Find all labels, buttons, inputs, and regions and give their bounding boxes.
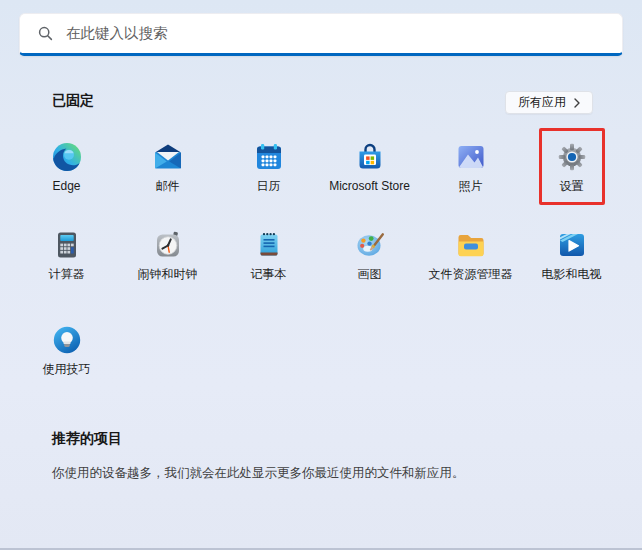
settings-gear-icon bbox=[556, 141, 588, 173]
app-tile-movies[interactable]: 电影和电视 bbox=[521, 229, 622, 281]
app-tile-explorer[interactable]: 文件资源管理器 bbox=[420, 229, 521, 281]
search-input[interactable]: 在此键入以搜索 bbox=[19, 13, 623, 56]
pinned-section-title: 已固定 bbox=[52, 92, 94, 110]
calendar-icon bbox=[253, 141, 285, 173]
paint-palette-icon bbox=[354, 229, 386, 261]
app-label: 设置 bbox=[560, 180, 584, 193]
app-label: 照片 bbox=[459, 180, 483, 193]
app-label: Edge bbox=[52, 180, 80, 193]
alarm-clock-icon bbox=[152, 229, 184, 261]
recommended-section-title: 推荐的项目 bbox=[52, 430, 122, 448]
app-label: 日历 bbox=[257, 180, 281, 193]
app-tile-calendar[interactable]: 日历 bbox=[218, 141, 319, 193]
tips-lightbulb-icon bbox=[51, 324, 83, 356]
pinned-row-1: Edge 邮件 日历 Microsoft Store 照片 设置 bbox=[16, 141, 626, 193]
app-tile-paint[interactable]: 画图 bbox=[319, 229, 420, 281]
app-tile-store[interactable]: Microsoft Store bbox=[319, 141, 420, 193]
all-apps-button[interactable]: 所有应用 bbox=[505, 91, 593, 114]
photos-mountain-icon bbox=[455, 141, 487, 173]
pinned-row-2: 计算器 闹钟和时钟 记事本 画图 文件资源管理器 电影和电视 bbox=[16, 229, 626, 281]
calculator-icon bbox=[51, 229, 83, 261]
app-tile-calculator[interactable]: 计算器 bbox=[16, 229, 117, 281]
app-label: 使用技巧 bbox=[43, 363, 91, 376]
notepad-icon bbox=[253, 229, 285, 261]
app-tile-photos[interactable]: 照片 bbox=[420, 141, 521, 193]
app-tile-clock[interactable]: 闹钟和时钟 bbox=[117, 229, 218, 281]
app-tile-edge[interactable]: Edge bbox=[16, 141, 117, 193]
search-placeholder: 在此键入以搜索 bbox=[66, 24, 168, 43]
app-label: 画图 bbox=[358, 268, 382, 281]
app-label: 计算器 bbox=[49, 268, 85, 281]
app-tile-mail[interactable]: 邮件 bbox=[117, 141, 218, 193]
movies-tv-play-icon bbox=[556, 229, 588, 261]
app-tile-notepad[interactable]: 记事本 bbox=[218, 229, 319, 281]
app-label: 文件资源管理器 bbox=[429, 268, 513, 281]
store-bag-icon bbox=[354, 141, 386, 173]
app-label: 电影和电视 bbox=[542, 268, 602, 281]
app-tile-tips[interactable]: 使用技巧 bbox=[16, 324, 117, 376]
app-label: Microsoft Store bbox=[329, 180, 410, 193]
search-icon bbox=[38, 26, 53, 41]
app-tile-settings[interactable]: 设置 bbox=[521, 141, 622, 193]
edge-logo-icon bbox=[51, 141, 83, 173]
folder-icon bbox=[455, 229, 487, 261]
chevron-right-icon bbox=[574, 98, 580, 108]
recommended-empty-message: 你使用的设备越多，我们就会在此处显示更多你最近使用的文件和新应用。 bbox=[52, 465, 465, 482]
mail-envelope-icon bbox=[152, 141, 184, 173]
app-label: 闹钟和时钟 bbox=[138, 268, 198, 281]
app-label: 记事本 bbox=[251, 268, 287, 281]
all-apps-label: 所有应用 bbox=[518, 94, 566, 111]
app-label: 邮件 bbox=[156, 180, 180, 193]
pinned-row-3: 使用技巧 bbox=[16, 324, 626, 376]
